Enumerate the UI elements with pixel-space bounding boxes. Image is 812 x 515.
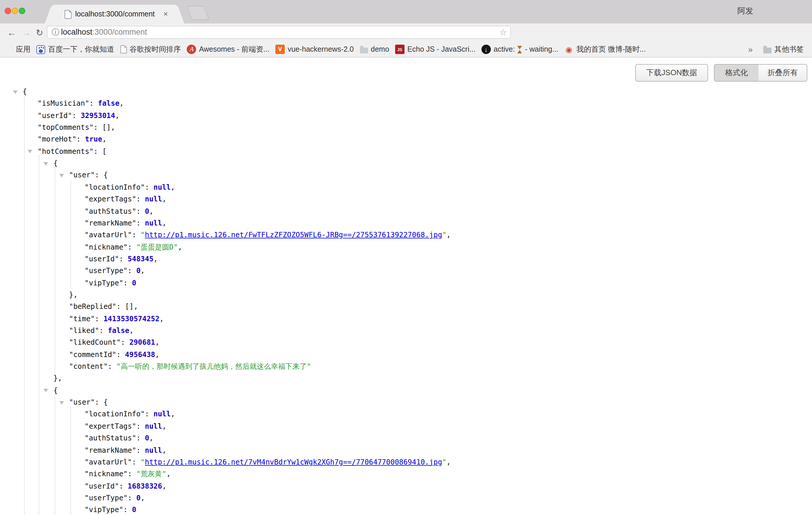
json-token: : (136, 195, 145, 203)
bookmarks-overflow-chevron[interactable]: » (748, 45, 753, 54)
json-token: null (153, 410, 171, 419)
baidu-paw-icon (36, 45, 45, 54)
bookmark-item[interactable]: AAwesomes - 前端资... (187, 44, 269, 54)
bookmark-item[interactable]: demo (359, 45, 389, 53)
json-token: : (76, 135, 85, 144)
collapse-triangle-icon[interactable] (44, 162, 48, 165)
new-tab-button[interactable] (186, 6, 209, 20)
profile-name[interactable]: 阿发 (737, 0, 753, 22)
tab-close-icon[interactable]: × (164, 5, 168, 23)
traffic-light-minimize[interactable] (12, 8, 18, 14)
indent-guide (39, 155, 39, 515)
json-token: null (145, 446, 162, 454)
json-token: 0 (145, 207, 149, 215)
other-bookmarks-button[interactable]: 其他书签 (763, 44, 804, 54)
reload-button[interactable]: ↻ (36, 24, 43, 42)
json-line: "nickname": "荒灰黄", (85, 468, 171, 480)
json-token: "高一听的，那时候遇到了孩儿他妈，然后就这么幸福下来了" (116, 362, 311, 371)
download-circle-icon: ↓ (482, 45, 491, 54)
awesomes-icon: A (187, 45, 196, 54)
json-token: : { (95, 171, 108, 179)
json-token: , (162, 219, 167, 227)
json-line: "avatarUrl": "http://p1.music.126.net/7v… (85, 456, 451, 468)
json-token: , (153, 255, 158, 263)
json-token: " (442, 458, 446, 466)
collapse-triangle-icon[interactable] (44, 389, 48, 393)
bookmark-label: 谷歌按时间排序 (129, 44, 181, 54)
traffic-light-close[interactable] (5, 8, 11, 14)
json-token: , (162, 422, 167, 430)
json-token: : (136, 434, 145, 442)
json-token: : (119, 255, 127, 263)
json-token: 290681 (129, 339, 155, 347)
collapse-triangle-icon[interactable] (12, 90, 17, 94)
json-line: "moreHot": true, (37, 134, 107, 146)
bookmark-item[interactable]: Vvue-hackernews-2.0 (276, 45, 354, 54)
json-line: "likedCount": 290681, (69, 337, 160, 349)
json-token: : (136, 207, 145, 215)
json-token: "nickname" (85, 470, 128, 478)
json-token: "userType" (85, 267, 128, 275)
json-token: "topComments" (37, 123, 94, 132)
bookmark-item[interactable]: ↓active: - waiting... (482, 45, 558, 54)
json-token: : (128, 494, 136, 502)
traffic-light-maximize[interactable] (19, 8, 25, 14)
download-json-button[interactable]: 下载JSON数据 (635, 64, 708, 82)
json-token: : { (95, 398, 108, 406)
format-button[interactable]: 格式化 (714, 64, 759, 82)
collapse-triangle-icon[interactable] (59, 401, 64, 404)
json-token: "userId" (85, 482, 119, 490)
json-line: "userId": 32953014, (37, 110, 119, 121)
json-token: , (160, 314, 164, 323)
json-token: "locationInfo" (85, 183, 145, 192)
collapse-all-button[interactable]: 折叠所有 (759, 64, 807, 82)
json-line: "commentId": 4956438, (69, 348, 160, 361)
json-line: "expertTags": null, (85, 421, 167, 432)
json-url-link[interactable]: http://p1.music.126.net/FwTFLzZFZOZO5WFL… (145, 231, 442, 239)
bookmark-item[interactable]: 百度一下，你就知道 (36, 44, 114, 54)
json-line: "vipType": 0 (85, 277, 136, 289)
vue-favicon: V (276, 45, 285, 54)
json-token: }, (53, 374, 62, 382)
bookmark-label: 我的首页 微博-随时... (577, 44, 646, 54)
bookmark-label: vue-hackernews-2.0 (288, 45, 354, 53)
json-token: "nickname" (85, 243, 128, 251)
json-token: , (171, 410, 175, 419)
site-info-icon[interactable]: ⓘ (52, 26, 59, 38)
json-token: 548345 (128, 255, 153, 263)
bookmark-label: Echo JS - JavaScri... (407, 45, 475, 53)
bookmark-item[interactable]: 谷歌按时间排序 (120, 44, 181, 54)
browser-tab[interactable]: localhost:3000/comment × (55, 5, 174, 24)
bookmark-item[interactable]: ◉我的首页 微博-随时... (564, 44, 646, 54)
json-token: 1413530574252 (103, 314, 160, 323)
json-line: "time": 1413530574252, (69, 313, 164, 325)
json-line: "userType": 0, (85, 492, 145, 504)
json-line: "remarkName": null, (85, 444, 167, 456)
bookmark-label: 应用 (16, 44, 31, 54)
bookmark-item[interactable]: JSEcho JS - JavaScri... (395, 45, 475, 54)
json-line: "locationInfo": null, (85, 181, 175, 194)
bookmark-label: active: (494, 45, 515, 53)
json-token: { (23, 87, 27, 96)
json-token: "time" (69, 314, 95, 323)
json-token: { (53, 387, 58, 395)
json-token: "remarkName" (85, 219, 136, 227)
bookmark-item[interactable]: 应用 (5, 44, 31, 54)
json-line: }, (69, 289, 78, 301)
address-bar-input[interactable]: ⓘ localhost:3000/comment ☆ (47, 26, 511, 39)
json-token: "locationInfo" (85, 410, 145, 419)
bookmark-star-icon[interactable]: ☆ (499, 26, 507, 38)
collapse-triangle-icon[interactable] (28, 150, 32, 153)
json-token: "moreHot" (37, 135, 76, 144)
back-button[interactable]: ← (7, 24, 17, 42)
bookmark-label: - waiting... (525, 45, 558, 53)
collapse-triangle-icon[interactable] (59, 174, 64, 177)
json-token: "isMusician" (37, 99, 89, 108)
json-url-link[interactable]: http://p1.music.126.net/7vM4nvBdrYw1cWgk… (145, 458, 442, 466)
json-token: "user" (69, 398, 95, 406)
bookmarks-bar: 应用百度一下，你就知道谷歌按时间排序AAwesomes - 前端资...Vvue… (0, 42, 812, 58)
json-token: false (98, 99, 119, 108)
json-token: "vipType" (85, 279, 123, 287)
indent-guide (55, 395, 55, 515)
json-token: "likedCount" (69, 339, 121, 347)
